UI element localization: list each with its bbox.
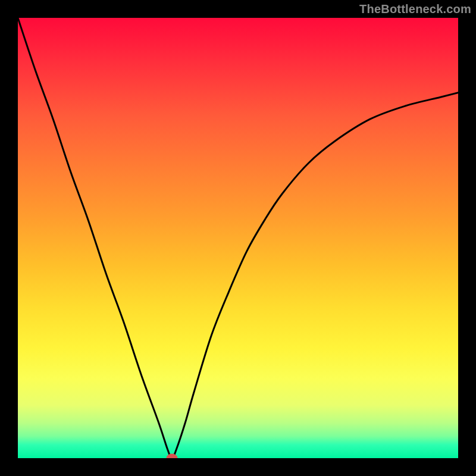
chart-frame: TheBottleneck.com [0,0,476,476]
plot-area [18,18,458,458]
minimum-marker [166,454,177,458]
watermark-text: TheBottleneck.com [359,2,471,16]
bottleneck-curve [18,18,458,458]
curve-svg [18,18,458,458]
